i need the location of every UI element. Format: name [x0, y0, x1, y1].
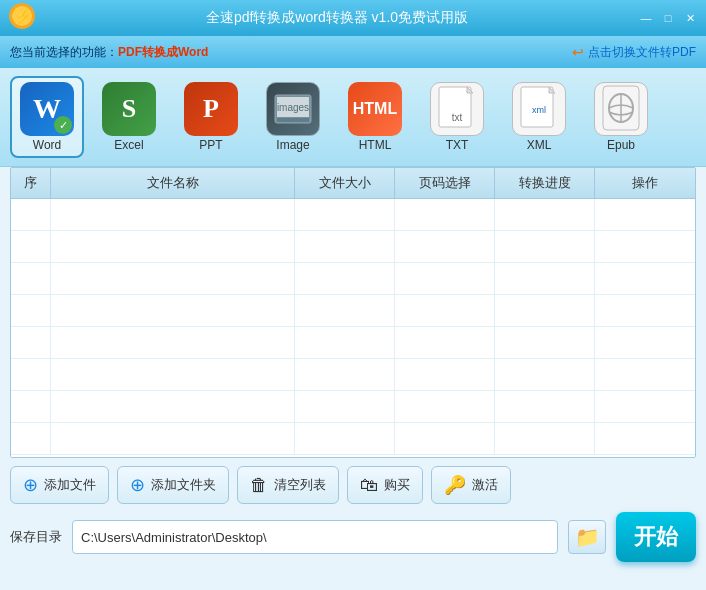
app-title: 全速pdf转换成word转换器 v1.0免费试用版	[36, 9, 638, 27]
save-directory-label: 保存目录	[10, 528, 62, 546]
add-folder-icon: ⊕	[130, 474, 145, 496]
excel-letter: S	[122, 94, 136, 124]
excel-label: Excel	[114, 138, 143, 152]
table-row	[11, 231, 695, 263]
col-filesize: 文件大小	[295, 168, 395, 198]
table-row	[11, 199, 695, 231]
switch-arrow-icon: ↩	[572, 44, 584, 60]
switch-link-label: 点击切换文件转PDF	[588, 44, 696, 61]
word-icon-img: W ✓	[20, 82, 74, 136]
clear-icon: 🗑	[250, 475, 268, 496]
html-text: HTML	[353, 100, 397, 118]
table-body	[11, 199, 695, 457]
txt-label: TXT	[446, 138, 469, 152]
clear-list-label: 清空列表	[274, 476, 326, 494]
word-label: Word	[33, 138, 61, 152]
add-folder-button[interactable]: ⊕ 添加文件夹	[117, 466, 229, 504]
epub-icon-img	[594, 82, 648, 136]
epub-label: Epub	[607, 138, 635, 152]
ppt-icon-img: P	[184, 82, 238, 136]
add-file-icon: ⊕	[23, 474, 38, 496]
action-bar: ⊕ 添加文件 ⊕ 添加文件夹 🗑 清空列表 🛍 购买 🔑 激活	[10, 466, 696, 504]
folder-icon: 📁	[575, 525, 600, 549]
html-label: HTML	[359, 138, 392, 152]
table-row	[11, 359, 695, 391]
excel-icon-img: S	[102, 82, 156, 136]
svg-text:⚡: ⚡	[14, 8, 32, 25]
col-filename: 文件名称	[51, 168, 295, 198]
ppt-label: PPT	[199, 138, 222, 152]
col-action: 操作	[595, 168, 695, 198]
ppt-letter: P	[203, 94, 219, 124]
format-html[interactable]: HTML HTML	[338, 76, 412, 158]
start-button[interactable]: 开始	[616, 512, 696, 562]
file-table: 序 文件名称 文件大小 页码选择 转换进度 操作	[10, 167, 696, 458]
format-icon-bar: W ✓ Word S Excel P PPT images Image HTML	[0, 68, 706, 167]
current-function-label: 您当前选择的功能：PDF转换成Word	[10, 44, 208, 61]
format-excel[interactable]: S Excel	[92, 76, 166, 158]
image-icon-img: images	[266, 82, 320, 136]
minimize-button[interactable]: —	[638, 10, 654, 26]
svg-text:images: images	[277, 102, 309, 113]
format-image[interactable]: images Image	[256, 76, 330, 158]
activate-button[interactable]: 🔑 激活	[431, 466, 511, 504]
xml-icon-img: xml	[512, 82, 566, 136]
format-word[interactable]: W ✓ Word	[10, 76, 84, 158]
word-selected-check: ✓	[54, 116, 72, 134]
col-page: 页码选择	[395, 168, 495, 198]
buy-label: 购买	[384, 476, 410, 494]
close-button[interactable]: ✕	[682, 10, 698, 26]
add-file-label: 添加文件	[44, 476, 96, 494]
table-row	[11, 423, 695, 455]
toolbar-strip: 您当前选择的功能：PDF转换成Word ↩ 点击切换文件转PDF	[0, 36, 706, 68]
app-logo: ⚡	[8, 2, 36, 34]
txt-icon-img: txt	[430, 82, 484, 136]
svg-rect-6	[277, 118, 309, 122]
format-ppt[interactable]: P PPT	[174, 76, 248, 158]
buy-button[interactable]: 🛍 购买	[347, 466, 423, 504]
svg-text:txt: txt	[452, 112, 463, 123]
table-row	[11, 263, 695, 295]
browse-folder-button[interactable]: 📁	[568, 520, 606, 554]
save-bar: 保存目录 📁 开始	[10, 512, 696, 562]
current-func-value: PDF转换成Word	[118, 45, 208, 59]
add-folder-label: 添加文件夹	[151, 476, 216, 494]
table-header: 序 文件名称 文件大小 页码选择 转换进度 操作	[11, 168, 695, 199]
title-bar: ⚡ 全速pdf转换成word转换器 v1.0免费试用版 — □ ✕	[0, 0, 706, 36]
image-label: Image	[276, 138, 309, 152]
format-txt[interactable]: txt TXT	[420, 76, 494, 158]
html-icon-img: HTML	[348, 82, 402, 136]
xml-label: XML	[527, 138, 552, 152]
activate-label: 激活	[472, 476, 498, 494]
format-xml[interactable]: xml XML	[502, 76, 576, 158]
switch-to-pdf-link[interactable]: ↩ 点击切换文件转PDF	[572, 44, 696, 61]
svg-text:xml: xml	[532, 105, 546, 115]
maximize-button[interactable]: □	[660, 10, 676, 26]
format-epub[interactable]: Epub	[584, 76, 658, 158]
save-path-input[interactable]	[72, 520, 558, 554]
current-func-prefix: 您当前选择的功能：	[10, 45, 118, 59]
table-row	[11, 295, 695, 327]
col-seq: 序	[11, 168, 51, 198]
table-row	[11, 391, 695, 423]
buy-icon: 🛍	[360, 475, 378, 496]
add-file-button[interactable]: ⊕ 添加文件	[10, 466, 109, 504]
window-controls: — □ ✕	[638, 10, 698, 26]
table-row	[11, 327, 695, 359]
clear-list-button[interactable]: 🗑 清空列表	[237, 466, 339, 504]
col-progress: 转换进度	[495, 168, 595, 198]
empty-rows	[11, 199, 695, 455]
activate-icon: 🔑	[444, 474, 466, 496]
